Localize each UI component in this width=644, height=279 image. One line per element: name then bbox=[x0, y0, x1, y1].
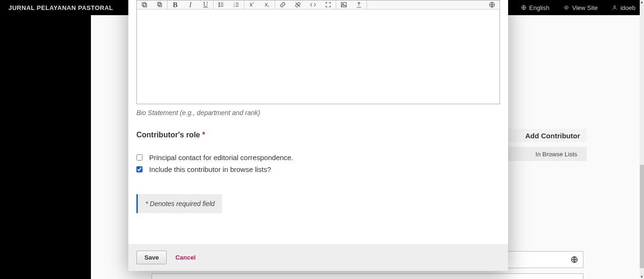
globe-icon bbox=[521, 5, 527, 10]
svg-point-1 bbox=[566, 7, 567, 9]
cut-icon[interactable] bbox=[137, 0, 152, 9]
dark-sidebar bbox=[0, 15, 91, 279]
modal-footer: Save Cancel bbox=[128, 244, 508, 271]
bullet-list-button[interactable] bbox=[214, 0, 229, 9]
user-label: idoeb bbox=[620, 4, 635, 11]
view-site-link[interactable]: View Site bbox=[564, 4, 598, 11]
view-site-label: View Site bbox=[572, 4, 598, 11]
copy-icon[interactable] bbox=[152, 0, 167, 9]
globe-icon[interactable] bbox=[571, 256, 578, 263]
eye-icon bbox=[564, 5, 569, 10]
add-contributor-link[interactable]: Add Contributor bbox=[525, 132, 580, 140]
unlink-button[interactable] bbox=[290, 0, 305, 9]
svg-point-2 bbox=[614, 6, 616, 8]
bio-statement-editor[interactable] bbox=[136, 9, 500, 104]
principal-contact-checkbox[interactable] bbox=[136, 154, 143, 161]
svg-text:2: 2 bbox=[268, 5, 269, 8]
bold-button[interactable]: B bbox=[168, 0, 183, 9]
page-scrollbar[interactable]: ▴ ▾ bbox=[640, 0, 644, 279]
language-label: English bbox=[529, 4, 550, 11]
contributor-role-label: Contributor's role bbox=[136, 131, 200, 139]
italic-button[interactable]: I bbox=[183, 0, 198, 9]
image-button[interactable] bbox=[336, 0, 351, 9]
include-browse-label: Include this contributor in browse lists… bbox=[149, 165, 271, 173]
user-icon bbox=[612, 5, 617, 10]
required-asterisk: * bbox=[202, 131, 205, 139]
code-button[interactable] bbox=[305, 0, 321, 9]
include-browse-checkbox[interactable] bbox=[136, 166, 143, 172]
richtext-toolbar: B I U 123 2 2 bbox=[136, 0, 500, 9]
bio-statement-caption: Bio Statement (e.g., department and rank… bbox=[136, 109, 500, 117]
svg-rect-5 bbox=[143, 4, 147, 7]
language-switch[interactable]: English bbox=[521, 4, 550, 11]
underline-button[interactable]: U bbox=[198, 0, 213, 9]
svg-point-10 bbox=[219, 6, 220, 7]
svg-text:2: 2 bbox=[253, 2, 254, 4]
contributor-role-heading: Contributor's role * bbox=[136, 131, 500, 139]
scroll-down-icon[interactable]: ▾ bbox=[641, 275, 643, 279]
include-browse-row[interactable]: Include this contributor in browse lists… bbox=[136, 165, 500, 173]
save-button[interactable]: Save bbox=[136, 251, 167, 264]
superscript-button[interactable]: 2 bbox=[244, 0, 259, 9]
cancel-button[interactable]: Cancel bbox=[175, 254, 196, 261]
edit-contributor-modal: B I U 123 2 2 bbox=[128, 0, 508, 271]
svg-point-8 bbox=[219, 3, 220, 4]
link-button[interactable] bbox=[275, 0, 290, 9]
user-menu[interactable]: idoeb bbox=[612, 4, 635, 11]
svg-point-9 bbox=[219, 4, 220, 5]
principal-contact-row[interactable]: Principal contact for editorial correspo… bbox=[136, 153, 500, 162]
upload-button[interactable] bbox=[351, 0, 367, 9]
scroll-up-icon[interactable]: ▴ bbox=[641, 0, 643, 4]
required-note: * Denotes required field bbox=[136, 194, 222, 213]
col-browse-lists: In Browse Lists bbox=[536, 151, 577, 158]
numbered-list-button[interactable]: 123 bbox=[229, 0, 244, 9]
metadata-input-row-2[interactable] bbox=[152, 273, 583, 279]
principal-contact-label: Principal contact for editorial correspo… bbox=[149, 153, 293, 162]
subscript-button[interactable]: 2 bbox=[259, 0, 275, 9]
fullscreen-button[interactable] bbox=[321, 0, 336, 9]
svg-rect-4 bbox=[142, 2, 145, 6]
svg-rect-23 bbox=[341, 2, 347, 7]
language-globe-button[interactable] bbox=[484, 1, 500, 8]
scroll-thumb[interactable] bbox=[640, 165, 644, 268]
journal-title: JURNAL PELAYANAN PASTORAL bbox=[9, 4, 113, 11]
svg-text:3: 3 bbox=[233, 5, 235, 8]
